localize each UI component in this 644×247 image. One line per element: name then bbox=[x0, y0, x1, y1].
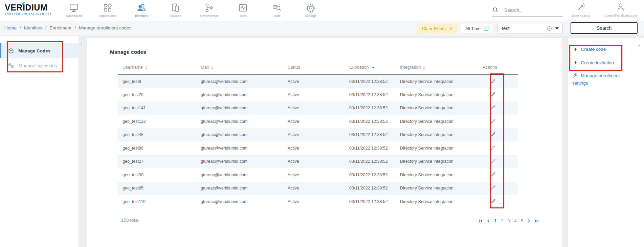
cell-status: Active bbox=[288, 128, 349, 142]
cell-integration: Directory Service Integration bbox=[400, 115, 483, 128]
page-number-4[interactable]: 4 bbox=[514, 218, 517, 223]
nav-item-audit[interactable]: Audit bbox=[260, 0, 294, 21]
brand-logo[interactable]: VERI✔DIUM TRUSTED DIGITAL IDENTITY bbox=[5, 3, 52, 15]
page-number-2[interactable]: 2 bbox=[501, 218, 504, 223]
orchestrator-flow-icon bbox=[204, 3, 214, 13]
edit-pencil-icon[interactable] bbox=[491, 78, 496, 84]
page-number-3[interactable]: 3 bbox=[507, 218, 510, 223]
manage-enrollment-settings-label: Manage enrollment settings bbox=[572, 73, 620, 86]
table-row[interactable]: geo_test119 gtureac@veridiumid.com Activ… bbox=[118, 195, 518, 208]
manage-enrollment-settings-link[interactable]: Manage enrollment settings bbox=[572, 72, 634, 87]
nav-item-orchestrator[interactable]: Orchestrator bbox=[192, 0, 226, 21]
edit-pencil-icon[interactable] bbox=[491, 118, 496, 124]
cell-status: Active bbox=[288, 182, 349, 195]
cell-actions bbox=[483, 115, 518, 128]
search-button-label: Search bbox=[597, 25, 612, 31]
edit-pencil-icon[interactable] bbox=[491, 105, 496, 110]
nav-item-devices[interactable]: Devices bbox=[158, 0, 192, 21]
quick-actions-button[interactable]: Quick Actions bbox=[567, 2, 594, 17]
cell-integration: Directory Service Integration bbox=[400, 182, 483, 195]
table-row[interactable]: geo_test20 gtureac@veridiumid.com Active… bbox=[118, 88, 518, 102]
user-menu-button[interactable]: q'ctest@veridiumid.com bbox=[598, 2, 643, 17]
cell-mail: gtureac@veridiumid.com bbox=[201, 115, 288, 128]
table-row[interactable]: geo_test27 gtureac@veridiumid.com Active… bbox=[118, 155, 518, 169]
filter-search-input[interactable] bbox=[498, 26, 547, 31]
table-row[interactable]: geo_test141 gtureac@veridiumid.com Activ… bbox=[118, 102, 518, 115]
breadcrumb-home[interactable]: Home bbox=[4, 25, 17, 30]
table-row[interactable]: geo_test122 gtureac@veridiumid.com Activ… bbox=[118, 115, 518, 128]
global-search-input[interactable]: Search.. bbox=[492, 7, 563, 17]
nav-item-applications[interactable]: Applications bbox=[91, 0, 125, 21]
cell-mail: gtureac@veridiumid.com bbox=[201, 195, 288, 208]
edit-pencil-icon[interactable] bbox=[491, 199, 496, 204]
cell-username: geo_test27 bbox=[118, 155, 201, 169]
clear-filters-label: Clear Filters bbox=[422, 26, 446, 31]
brand-tagline: TRUSTED DIGITAL IDENTITY bbox=[5, 12, 52, 15]
create-code-link[interactable]: + Create code bbox=[574, 47, 606, 52]
nav-item-tools[interactable]: Tools bbox=[226, 0, 260, 21]
cell-status: Active bbox=[288, 195, 349, 208]
last-page-button[interactable] bbox=[535, 219, 539, 223]
quick-actions-label: Quick Actions bbox=[567, 14, 594, 17]
nav-item-dashboard[interactable]: Dashboard bbox=[57, 0, 91, 21]
edit-pencil-icon[interactable] bbox=[491, 92, 496, 97]
settings-gear-icon bbox=[306, 3, 316, 13]
breadcrumb: Home / Identities / Enrollment / Manage … bbox=[4, 25, 131, 30]
edit-pencil-icon[interactable] bbox=[491, 172, 496, 177]
sidebar-item-label: Manage Codes bbox=[18, 48, 50, 53]
time-range-filter[interactable]: All Time bbox=[461, 24, 493, 34]
sidebar-item-manage-invitations[interactable]: Manage Invitations bbox=[0, 58, 79, 73]
edit-pencil-icon[interactable] bbox=[491, 145, 496, 150]
column-header-username[interactable]: Username bbox=[118, 63, 201, 75]
cell-expiration: 03/11/2022 12:38:52 bbox=[349, 141, 400, 155]
breadcrumb-separator: / bbox=[74, 25, 76, 30]
cell-actions bbox=[483, 155, 518, 169]
sidebar-item-manage-codes[interactable]: Manage Codes bbox=[0, 43, 79, 58]
chevron-down-icon[interactable] bbox=[555, 27, 559, 29]
column-header-status[interactable]: Status bbox=[288, 63, 349, 75]
table-row[interactable]: geo_test48 gtureac@veridiumid.com Active… bbox=[118, 128, 518, 142]
cell-integration: Directory Service Integration bbox=[400, 168, 483, 182]
first-page-button[interactable] bbox=[479, 219, 483, 223]
brand-name: VERI✔DIUM bbox=[5, 3, 52, 12]
edit-pencil-icon[interactable] bbox=[491, 158, 496, 163]
column-header-actions: Actions bbox=[483, 63, 518, 75]
search-icon bbox=[492, 7, 499, 13]
nav-label: Applications bbox=[99, 14, 116, 18]
edit-pencil-icon[interactable] bbox=[491, 132, 496, 137]
table-row[interactable]: geo_test8 gtureac@veridiumid.com Active … bbox=[118, 75, 518, 88]
plus-icon: + bbox=[574, 61, 577, 65]
create-invitation-link[interactable]: + Create invitation bbox=[574, 60, 614, 65]
breadcrumb-identities[interactable]: Identities bbox=[24, 25, 42, 30]
page-number-1[interactable]: 1 bbox=[494, 218, 497, 223]
column-header-integration[interactable]: Integration bbox=[400, 63, 483, 75]
cell-expiration: 03/11/2022 12:38:52 bbox=[349, 102, 400, 115]
column-header-expiration[interactable]: Expiration bbox=[349, 63, 400, 75]
column-header-mail[interactable]: Mail bbox=[201, 63, 288, 75]
nav-item-identities[interactable]: Identities bbox=[125, 0, 158, 21]
left-sidebar: Manage Codes Manage Invitations bbox=[0, 36, 79, 247]
table-row[interactable]: geo_test38 gtureac@veridiumid.com Active… bbox=[118, 168, 518, 182]
cell-username: geo_test141 bbox=[118, 102, 201, 115]
edit-pencil-icon[interactable] bbox=[491, 185, 496, 190]
table-row[interactable]: geo_test86 gtureac@veridiumid.com Active… bbox=[118, 141, 518, 155]
table-row[interactable]: geo_test85 gtureac@veridiumid.com Active… bbox=[118, 182, 518, 195]
clear-search-icon[interactable] bbox=[547, 26, 552, 31]
breadcrumb-filter-bar: Home / Identities / Enrollment / Manage … bbox=[0, 21, 644, 36]
applications-grid-icon bbox=[103, 3, 113, 13]
clear-filters-button[interactable]: Clear Filters ✕ bbox=[417, 24, 458, 33]
search-button[interactable]: Search bbox=[571, 22, 638, 34]
cell-username: geo_test85 bbox=[118, 182, 201, 195]
calendar-icon bbox=[483, 26, 489, 31]
next-page-button[interactable] bbox=[527, 219, 531, 223]
cell-username: geo_test119 bbox=[118, 195, 201, 208]
page-number-5[interactable]: 5 bbox=[520, 218, 523, 223]
scrollbar-up-arrow[interactable]: ▲ bbox=[80, 43, 83, 46]
cell-expiration: 03/11/2022 12:38:52 bbox=[349, 128, 400, 142]
cell-status: Active bbox=[288, 141, 349, 155]
scrollbar-up-arrow[interactable]: ▲ bbox=[638, 43, 641, 47]
previous-page-button[interactable] bbox=[487, 219, 490, 223]
pagination: 1 2 3 4 5 bbox=[479, 218, 539, 223]
nav-item-settings[interactable]: Settings bbox=[294, 0, 328, 21]
tools-activity-icon bbox=[238, 3, 248, 13]
